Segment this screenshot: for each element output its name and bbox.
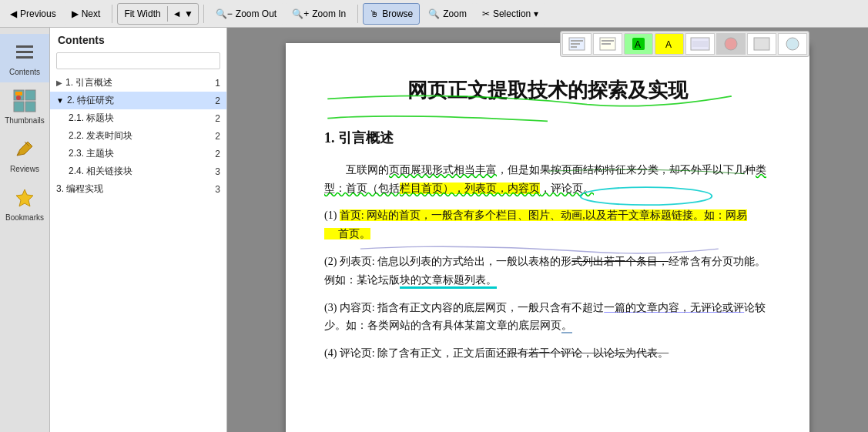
zoom-tool-button[interactable]: 🔍 Zoom <box>421 3 474 25</box>
para4-label: (3) <box>324 302 340 313</box>
svg-rect-2 <box>16 56 33 59</box>
toc-label-2: 2. 特征研究 <box>67 94 215 107</box>
contents-header: Contents <box>50 28 226 49</box>
svg-text:A: A <box>635 39 641 50</box>
svg-rect-15 <box>571 46 577 48</box>
paragraph-1: 互联网的页面展现形式相当丰富，但是如果按页面结构特征来分类，却不外乎以下几种类型… <box>324 161 771 198</box>
svg-rect-13 <box>571 40 583 42</box>
svg-rect-0 <box>16 45 33 48</box>
sidebar-icons: Contents Thumbnails <box>0 28 50 432</box>
toc-item-2[interactable]: ▼ 2. 特征研究 2 <box>50 92 226 109</box>
annot-highlight-yellow[interactable]: A <box>655 33 684 55</box>
svg-rect-14 <box>571 43 580 45</box>
svg-marker-11 <box>16 189 33 206</box>
svg-rect-24 <box>692 41 708 47</box>
fit-dropdown-arrow[interactable]: ◄ ▼ <box>168 6 198 22</box>
svg-point-27 <box>786 38 799 50</box>
sidebar-item-bookmarks[interactable]: Bookmarks <box>0 179 49 228</box>
toc-num-2-3: 2 <box>215 149 220 159</box>
annot-btn-8[interactable] <box>778 33 807 55</box>
main-toolbar: ◀ Previous ▶ Next Fit Width ◄ ▼ 🔍− Zoom … <box>0 0 868 28</box>
annot-highlight-green[interactable]: A <box>624 33 653 55</box>
toc-item-2-3[interactable]: 2.3. 主题块 2 <box>50 145 226 162</box>
browse-label: Browse <box>382 8 413 19</box>
contents-search-input[interactable] <box>56 52 220 69</box>
selection-button[interactable]: ✂ Selection ▾ <box>475 3 545 25</box>
cyan-underline-span: 块的文章标题列表。 <box>400 274 497 289</box>
browse-icon: 🖱 <box>370 8 379 19</box>
svg-point-25 <box>725 38 737 50</box>
previous-label: Previous <box>20 8 56 19</box>
toc-num-3: 3 <box>215 184 220 195</box>
svg-rect-18 <box>602 43 611 45</box>
toc-num-1: 1 <box>215 78 220 89</box>
next-button[interactable]: ▶ Next <box>65 3 108 25</box>
thumbnails-label: Thumbnails <box>5 116 45 125</box>
reviews-label: Reviews <box>10 165 39 173</box>
highlight-yellow-2: 首页: 网站的首页，一般含有多个栏目、图片、动画,以及若干文章标题链接。如：网易… <box>324 209 747 239</box>
document-area[interactable]: A A <box>227 28 868 432</box>
para5-label: (4) <box>324 347 340 359</box>
annot-btn-5[interactable] <box>685 33 715 55</box>
document-page: 网页正文提取技术的探索及实现 1. 引言概述 互联网的页面展现形式相当丰富，但是… <box>286 43 809 432</box>
sidebar-item-contents[interactable]: Contents <box>0 34 49 82</box>
zoom-tool-icon: 🔍 <box>428 8 440 19</box>
sidebar-item-reviews[interactable]: Reviews <box>0 131 49 179</box>
contents-panel: Contents ▶ 1. 引言概述 1 ▼ 2. 特征研究 2 2.1. 标题… <box>50 28 227 432</box>
toc-num-2-2: 2 <box>215 131 220 142</box>
svg-rect-8 <box>25 102 35 112</box>
svg-rect-7 <box>14 102 24 112</box>
main-layout: Contents Thumbnails <box>0 28 868 432</box>
svg-rect-26 <box>754 38 769 50</box>
underline-blue-span: 一篇的文章内容，无评论或评 <box>604 302 744 313</box>
zoom-out-button[interactable]: 🔍− Zoom Out <box>209 3 283 25</box>
svg-rect-6 <box>25 90 35 100</box>
bookmarks-label: Bookmarks <box>5 213 44 222</box>
underline-curved-span: 。 <box>561 320 572 333</box>
highlight-yellow-1: 栏目首页），列表页，内容页 <box>400 183 540 194</box>
fit-width-group[interactable]: Fit Width ◄ ▼ <box>117 3 198 25</box>
sep2 <box>203 5 204 23</box>
strikethrough-span: 式列出若干个条目， <box>571 256 669 267</box>
sep1 <box>112 5 112 23</box>
toc-item-1[interactable]: ▶ 1. 引言概述 1 <box>50 74 226 92</box>
document-title: 网页正文提取技术的探索及实现 <box>324 74 771 108</box>
toc-item-2-1[interactable]: 2.1. 标题块 2 <box>50 109 226 127</box>
annot-btn-1[interactable] <box>562 33 592 55</box>
sep3 <box>357 5 358 23</box>
toc-arrow-2: ▼ <box>56 96 64 105</box>
paragraph-4: (3) 内容页: 指含有正文内容的底层网页，一般只含有不超过一篇的文章内容，无评… <box>324 299 771 336</box>
toc-item-3[interactable]: 3. 编程实现 3 <box>50 180 226 198</box>
annotation-toolbar: A A <box>560 31 809 57</box>
annot-btn-6[interactable] <box>716 33 746 55</box>
strikethrough-span-2: 跟有若干个评论，以论坛为代表。 <box>507 347 669 359</box>
toc-item-2-4[interactable]: 2.4. 相关链接块 3 <box>50 162 226 180</box>
selection-icon: ✂ <box>482 8 490 19</box>
toc-label-3: 3. 编程实现 <box>56 183 215 196</box>
toc-item-2-2[interactable]: 2.2. 发表时间块 2 <box>50 127 226 145</box>
previous-icon: ◀ <box>10 8 17 19</box>
underline-span-1: 页面展现形式相当丰富 <box>389 164 497 176</box>
zoom-in-button[interactable]: 🔍+ Zoom In <box>285 3 353 25</box>
annot-btn-7[interactable] <box>747 33 776 55</box>
paragraph-5: (4) 评论页: 除了含有正文，正文后面还跟有若干个评论，以论坛为代表。 <box>324 344 771 363</box>
paragraph-2: (1) 首页: 网站的首页，一般含有多个栏目、图片、动画,以及若干文章标题链接。… <box>324 206 771 243</box>
toc-num-2-4: 3 <box>215 166 220 177</box>
zoom-in-label: Zoom In <box>312 8 346 19</box>
zoom-out-label: Zoom Out <box>236 8 276 19</box>
toc-label-2-2: 2.2. 发表时间块 <box>69 129 215 142</box>
zoom-in-icon: 🔍+ <box>292 8 309 19</box>
toc-num-2: 2 <box>215 95 220 106</box>
paragraph-3: (2) 列表页: 信息以列表的方式给出，一般以表格的形式列出若干个条目，经常含有… <box>324 253 771 290</box>
previous-button[interactable]: ◀ Previous <box>3 3 63 25</box>
bookmarks-icon <box>12 186 37 210</box>
toc-label-2-3: 2.3. 主题块 <box>69 147 215 160</box>
zoom-out-icon: 🔍− <box>216 8 233 19</box>
toc-label-1: 1. 引言概述 <box>65 76 215 89</box>
annot-btn-2[interactable] <box>593 33 622 55</box>
sidebar-item-thumbnails[interactable]: Thumbnails <box>0 82 49 131</box>
toc-label-2-4: 2.4. 相关链接块 <box>69 165 215 178</box>
svg-text:A: A <box>665 39 672 50</box>
browse-button[interactable]: 🖱 Browse <box>363 3 420 25</box>
para3-label: (2) <box>324 256 340 267</box>
